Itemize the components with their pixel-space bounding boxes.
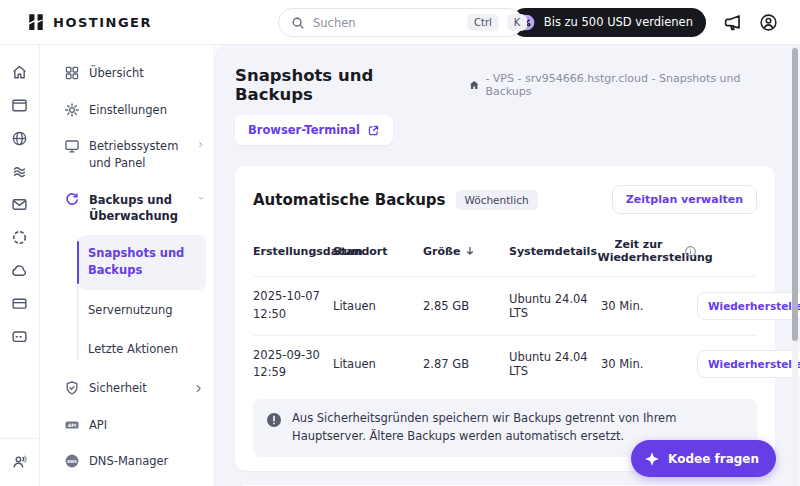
sidebar-item-security[interactable]: Sicherheit bbox=[40, 370, 214, 407]
sidebar-item-label: Sicherheit bbox=[89, 380, 147, 397]
announcements-icon[interactable] bbox=[723, 13, 742, 32]
sidebar-item-overview[interactable]: Übersicht bbox=[40, 55, 214, 92]
sidebar-item-os-panel[interactable]: Betriebssystem und Panel bbox=[40, 128, 214, 181]
chevron-down-icon bbox=[198, 195, 204, 206]
earn-promo-label: Bis zu 500 USD verdienen bbox=[544, 15, 693, 29]
frequency-badge: Wöchentlich bbox=[456, 190, 538, 210]
rail-bottom-divider bbox=[0, 438, 40, 486]
shortcut-ctrl-key: Ctrl bbox=[467, 14, 499, 31]
sidebar-item-label: Servernutzung bbox=[88, 303, 173, 317]
page-title: Snapshots und Backups bbox=[235, 66, 446, 104]
top-header: HOSTINGER Ctrl K bbox=[0, 0, 800, 45]
backup-system: Ubuntu 24.04 LTS bbox=[509, 292, 597, 320]
hostinger-logo-icon bbox=[27, 13, 45, 31]
chevron-right-icon bbox=[197, 141, 204, 152]
search-input[interactable] bbox=[313, 16, 459, 30]
chevron-right-icon bbox=[193, 383, 204, 394]
breadcrumb-home-icon[interactable] bbox=[468, 79, 480, 92]
sidebar-item-snapshots-backups[interactable]: Snapshots und Backups bbox=[78, 235, 206, 290]
sidebar-item-tutorials[interactable]: Tutorials bbox=[40, 480, 214, 486]
dns-globe-icon: DNS bbox=[64, 453, 80, 469]
sidebar-item-label: API bbox=[89, 417, 107, 434]
scrollbar-track[interactable] bbox=[792, 45, 798, 486]
manage-schedule-button[interactable]: Zeitplan verwalten bbox=[612, 185, 757, 214]
backup-date: 2025-09-3012:59 bbox=[253, 347, 329, 383]
app-window: HOSTINGER Ctrl K bbox=[0, 0, 800, 486]
hosting-icon[interactable] bbox=[11, 163, 28, 180]
sidebar-item-backups-monitoring[interactable]: Backups und Überwachung bbox=[40, 182, 214, 235]
info-icon[interactable] bbox=[684, 245, 697, 258]
svg-text:DNS: DNS bbox=[67, 459, 77, 464]
breadcrumb-path: - VPS - srv954666.hstgr.cloud - Snapshot… bbox=[485, 72, 775, 98]
backups-table-header: Erstellungsdatum Standort Größe Systemde… bbox=[253, 238, 757, 276]
restore-button[interactable]: Wiederherstellen bbox=[697, 350, 800, 378]
svg-text:API: API bbox=[68, 423, 77, 428]
sidebar-item-label: Letzte Aktionen bbox=[88, 342, 178, 356]
sidebar-item-label: Betriebssystem und Panel bbox=[89, 138, 188, 171]
backups-card-title: Automatische Backups bbox=[253, 191, 446, 209]
earn-promo-button[interactable]: Bis zu 500 USD verdienen bbox=[511, 8, 706, 37]
support-icon[interactable] bbox=[11, 453, 28, 470]
email-icon[interactable] bbox=[11, 196, 28, 213]
shield-check-icon bbox=[64, 380, 80, 396]
hostinger-logo[interactable]: HOSTINGER bbox=[27, 13, 152, 31]
shortcut-k-key: K bbox=[507, 14, 528, 31]
backup-location: Litauen bbox=[333, 299, 419, 313]
column-header-location[interactable]: Standort bbox=[333, 245, 419, 258]
cloud-icon[interactable] bbox=[11, 262, 28, 279]
backup-system: Ubuntu 24.04 LTS bbox=[509, 350, 597, 378]
backups-table: Erstellungsdatum Standort Größe Systemde… bbox=[253, 238, 757, 393]
sidebar-item-dns-manager[interactable]: DNS DNS-Manager bbox=[40, 443, 214, 480]
billing-icon[interactable] bbox=[11, 295, 28, 312]
backup-row: 2025-10-0712:50 Litauen 2.85 GB Ubuntu 2… bbox=[253, 276, 757, 335]
domains-icon[interactable] bbox=[11, 130, 28, 147]
sort-desc-icon bbox=[464, 245, 476, 257]
breadcrumb: - VPS - srv954666.hstgr.cloud - Snapshot… bbox=[468, 72, 775, 98]
backup-size: 2.85 GB bbox=[423, 299, 505, 313]
marketplace-icon[interactable] bbox=[11, 328, 28, 345]
column-header-size[interactable]: Größe bbox=[423, 245, 505, 258]
sidebar-item-label: Einstellungen bbox=[89, 102, 167, 119]
sidebar-item-label: Übersicht bbox=[89, 65, 144, 82]
backup-location: Litauen bbox=[333, 357, 419, 371]
vps-sidebar: Übersicht Einstellungen Betriebssystem u… bbox=[40, 45, 215, 486]
websites-icon[interactable] bbox=[11, 97, 28, 114]
monitor-icon bbox=[64, 138, 80, 154]
search-icon bbox=[291, 16, 305, 30]
sidebar-item-label: DNS-Manager bbox=[89, 453, 168, 470]
kodee-label: Kodee fragen bbox=[668, 452, 759, 466]
backup-date: 2025-10-0712:50 bbox=[253, 288, 329, 324]
browser-terminal-button[interactable]: Browser-Terminal bbox=[235, 115, 393, 145]
refresh-icon bbox=[64, 192, 80, 208]
backups-submenu: Snapshots und Backups Servernutzung Letz… bbox=[40, 235, 214, 368]
sidebar-item-label: Snapshots und Backups bbox=[88, 246, 184, 277]
sidebar-item-label: Backups und Überwachung bbox=[89, 192, 189, 225]
alert-circle-icon bbox=[266, 412, 282, 428]
column-header-system[interactable]: Systemdetails bbox=[509, 245, 597, 258]
sidebar-item-settings[interactable]: Einstellungen bbox=[40, 92, 214, 129]
backup-restore-time: 30 Min. bbox=[601, 299, 693, 313]
main-content: Snapshots und Backups - VPS - srv954666.… bbox=[215, 45, 800, 486]
gear-icon bbox=[64, 102, 80, 118]
vps-icon[interactable] bbox=[11, 229, 28, 246]
column-header-created[interactable]: Erstellungsdatum bbox=[253, 245, 329, 258]
api-badge-icon: API bbox=[64, 417, 80, 433]
automatic-backups-card: Automatische Backups Wöchentlich Zeitpla… bbox=[235, 166, 775, 471]
sidebar-item-latest-actions[interactable]: Letzte Aktionen bbox=[78, 331, 206, 368]
grid-icon bbox=[64, 65, 80, 81]
backup-size: 2.87 GB bbox=[423, 357, 505, 371]
account-icon[interactable] bbox=[759, 13, 778, 32]
backup-row: 2025-09-3012:59 Litauen 2.87 GB Ubuntu 2… bbox=[253, 335, 757, 394]
kodee-assistant-button[interactable]: Kodee fragen bbox=[631, 440, 776, 477]
browser-terminal-label: Browser-Terminal bbox=[248, 123, 360, 137]
search-bar[interactable]: Ctrl K bbox=[278, 8, 523, 37]
sidebar-item-server-usage[interactable]: Servernutzung bbox=[78, 292, 206, 329]
kodee-spark-icon bbox=[644, 451, 660, 467]
sidebar-item-api[interactable]: API API bbox=[40, 407, 214, 444]
brand-name: HOSTINGER bbox=[53, 15, 152, 30]
column-header-restore-time[interactable]: Zeit zur Wiederherstellung bbox=[601, 238, 693, 264]
scrollbar-thumb[interactable] bbox=[792, 48, 798, 341]
icon-rail bbox=[0, 45, 40, 486]
home-icon[interactable] bbox=[11, 64, 28, 81]
restore-button[interactable]: Wiederherstellen bbox=[697, 292, 800, 320]
